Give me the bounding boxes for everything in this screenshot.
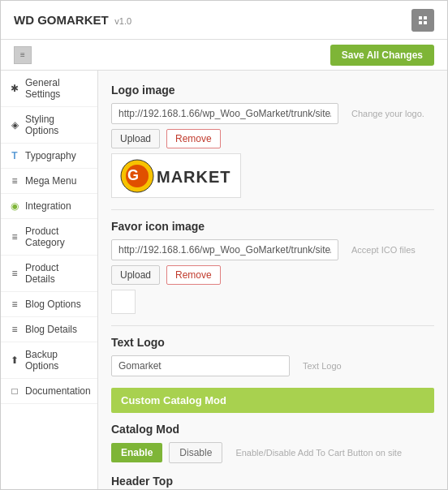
text-logo-title: Text Logo bbox=[111, 336, 434, 349]
save-button[interactable]: Save All Changes bbox=[330, 45, 434, 66]
sidebar-item-mega-menu[interactable]: ≡ Mega Menu bbox=[1, 169, 97, 194]
catalog-mod-section: Catalog Mod Enable Disable Enable/Disabl… bbox=[111, 423, 434, 463]
header-top-section: Header Top Show information support bbox=[111, 475, 434, 489]
sidebar-item-blog-options[interactable]: ≡ Blog Options bbox=[1, 292, 97, 317]
logo-url-row: Change your logo. bbox=[111, 103, 434, 124]
favicon-section-title: Favor icon image bbox=[111, 220, 434, 233]
logo-url-input[interactable] bbox=[111, 103, 338, 124]
enable-button[interactable]: Enable bbox=[111, 443, 162, 462]
text-logo-row: Text Logo bbox=[111, 355, 434, 376]
svg-rect-0 bbox=[419, 16, 422, 19]
text-logo-hint: Text Logo bbox=[303, 361, 342, 371]
favicon-remove-button[interactable]: Remove bbox=[166, 265, 221, 285]
sidebar: ✱ General Settings ◈ Styling Options T T… bbox=[1, 71, 98, 489]
content-area: Logo image Change your logo. Upload Remo… bbox=[98, 71, 447, 489]
logo-buttons-row: Upload Remove bbox=[111, 129, 434, 148]
toolbar: ≡ Save All Changes bbox=[1, 40, 447, 71]
divider-1 bbox=[111, 209, 434, 210]
favicon-section: Favor icon image Accept ICO files Upload… bbox=[111, 220, 434, 314]
sidebar-item-blog-details[interactable]: ≡ Blog Details bbox=[1, 317, 97, 342]
logo-section-title: Logo image bbox=[111, 84, 434, 97]
logo-upload-button[interactable]: Upload bbox=[111, 129, 160, 148]
toolbar-left: ≡ bbox=[14, 46, 32, 64]
text-logo-input[interactable] bbox=[111, 355, 290, 376]
blog-options-icon: ≡ bbox=[9, 299, 20, 310]
svg-text:→: → bbox=[131, 174, 138, 182]
logo-image: G → MARKET bbox=[119, 158, 233, 194]
doc-icon: □ bbox=[9, 385, 20, 397]
sidebar-item-documentation[interactable]: □ Documentation bbox=[1, 379, 97, 404]
logo-section: Logo image Change your logo. Upload Remo… bbox=[111, 84, 434, 198]
svg-rect-2 bbox=[419, 21, 422, 24]
settings-icon[interactable] bbox=[411, 9, 434, 32]
sidebar-item-product-category[interactable]: ≡ Product Category bbox=[1, 219, 97, 256]
logo-hint: Change your logo. bbox=[351, 109, 424, 118]
disable-button[interactable]: Disable bbox=[169, 442, 222, 463]
catalog-mod-row: Enable Disable Enable/Disable Add To Car… bbox=[111, 442, 434, 463]
logo-remove-button[interactable]: Remove bbox=[166, 129, 221, 148]
text-logo-section: Text Logo Text Logo bbox=[111, 336, 434, 376]
sidebar-item-typography[interactable]: T Typography bbox=[1, 144, 97, 169]
svg-rect-3 bbox=[424, 21, 427, 24]
svg-text:MARKET: MARKET bbox=[157, 168, 231, 186]
sidebar-item-integration[interactable]: ◉ Integration bbox=[1, 194, 97, 219]
backup-icon: ⬆ bbox=[9, 355, 20, 366]
menu-icon[interactable]: ≡ bbox=[14, 46, 32, 64]
integration-icon: ◉ bbox=[9, 200, 20, 212]
favicon-preview bbox=[111, 290, 136, 314]
sidebar-item-backup-options[interactable]: ⬆ Backup Options bbox=[1, 342, 97, 379]
catalog-mod-title: Catalog Mod bbox=[111, 423, 434, 436]
sidebar-item-styling-options[interactable]: ◈ Styling Options bbox=[1, 107, 97, 144]
favicon-url-input[interactable] bbox=[111, 239, 338, 260]
sidebar-item-general-settings[interactable]: ✱ General Settings bbox=[1, 71, 97, 107]
wrench-icon: ✱ bbox=[9, 83, 20, 94]
header-top-title: Header Top bbox=[111, 475, 434, 488]
app-window: WD GOMARKET v1.0 ≡ Save All Changes ✱ Ge… bbox=[0, 0, 448, 490]
app-header: WD GOMARKET v1.0 bbox=[1, 1, 447, 40]
mega-menu-icon: ≡ bbox=[9, 175, 20, 187]
paint-icon: ◈ bbox=[9, 119, 20, 131]
app-title: WD GOMARKET v1.0 bbox=[14, 13, 131, 27]
typography-icon: T bbox=[9, 150, 20, 161]
svg-rect-1 bbox=[424, 16, 427, 19]
product-details-icon: ≡ bbox=[9, 268, 20, 279]
divider-2 bbox=[111, 325, 434, 326]
catalog-mod-hint: Enable/Disable Add To Cart Button on sit… bbox=[235, 448, 402, 458]
blog-details-icon: ≡ bbox=[9, 324, 20, 335]
favicon-buttons-row: Upload Remove bbox=[111, 265, 434, 285]
main-layout: ✱ General Settings ◈ Styling Options T T… bbox=[1, 71, 447, 489]
favicon-upload-button[interactable]: Upload bbox=[111, 265, 160, 285]
logo-preview: G → MARKET bbox=[111, 153, 241, 198]
product-category-icon: ≡ bbox=[9, 231, 20, 243]
sidebar-item-product-details[interactable]: ≡ Product Details bbox=[1, 256, 97, 292]
favicon-hint: Accept ICO files bbox=[351, 245, 416, 255]
favicon-url-row: Accept ICO files bbox=[111, 239, 434, 260]
catalog-banner: Custom Catalog Mod bbox=[111, 388, 434, 413]
